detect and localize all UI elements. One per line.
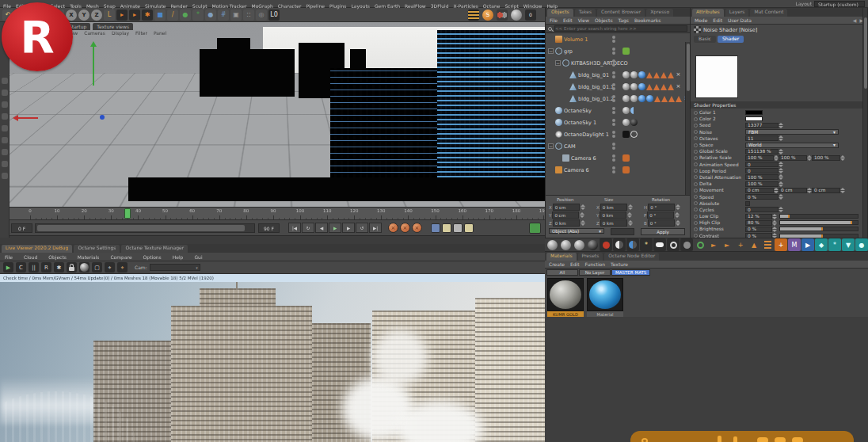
menu-script[interactable]: Script: [504, 3, 518, 9]
step-up-icon[interactable]: [676, 204, 680, 207]
om-menu-bookmarks[interactable]: Bookmarks: [634, 17, 661, 23]
lv-material-picker-button[interactable]: ⌖: [117, 262, 128, 272]
material-thumbnail[interactable]: [587, 278, 623, 311]
white-circle-tag[interactable]: [630, 131, 638, 138]
prop-anim-dot[interactable]: [694, 150, 698, 154]
value-field[interactable]: 0 cm: [745, 188, 774, 193]
prop-anim-dot[interactable]: [694, 195, 698, 199]
material-thumbnail[interactable]: [547, 278, 584, 311]
render-visibility-dot[interactable]: [612, 75, 615, 78]
tri-tag[interactable]: [668, 72, 674, 78]
octane-teal-1-icon[interactable]: ◆: [815, 238, 828, 251]
object-row-bldg-big-01[interactable]: bldg_big_01×: [546, 69, 690, 81]
step-down-icon[interactable]: [628, 208, 633, 210]
om-menu-file[interactable]: File: [550, 17, 558, 23]
slider-high-clip[interactable]: [779, 220, 858, 225]
menu-character[interactable]: Character: [278, 3, 302, 9]
tri-tag[interactable]: [668, 96, 675, 102]
timeline-ruler[interactable]: 0102030405060708090100110120130140150160…: [10, 208, 545, 220]
step-up-icon[interactable]: [675, 212, 680, 215]
lv-tab-octane-settings[interactable]: Octane Settings: [74, 245, 120, 253]
step-up-icon[interactable]: [581, 204, 585, 207]
step-down-icon[interactable]: [581, 208, 585, 210]
x-tag[interactable]: ×: [675, 71, 682, 78]
octane-list-icon[interactable]: [761, 238, 774, 251]
step-up-icon[interactable]: [628, 204, 633, 207]
octane-sun-icon[interactable]: *: [640, 238, 653, 251]
editor-visibility-dot[interactable]: [612, 36, 615, 39]
blue-sphere-tag[interactable]: [638, 71, 645, 78]
axis-icon[interactable]: [2, 113, 8, 120]
filter-all[interactable]: All: [546, 269, 578, 276]
value-field[interactable]: 13377: [745, 123, 779, 128]
sphere-tag[interactable]: [622, 107, 630, 114]
step-down-icon[interactable]: [779, 185, 783, 187]
step-up-icon[interactable]: [779, 162, 783, 164]
blue-sphere-tag[interactable]: [638, 95, 645, 102]
octane-mix-icon[interactable]: [613, 238, 626, 251]
snap-icon[interactable]: [2, 90, 8, 96]
panel-tab-materials[interactable]: Materials: [546, 253, 577, 261]
panel-tab-takes[interactable]: Takes: [575, 9, 596, 17]
menu-render[interactable]: Render: [170, 3, 187, 9]
play-button[interactable]: ▶: [329, 223, 341, 233]
panel-tab-xpresso[interactable]: Xpresso: [646, 9, 673, 17]
mat-menu-edit[interactable]: Edit: [570, 261, 580, 267]
render-visibility-dot[interactable]: [612, 123, 615, 126]
menu-tools[interactable]: Tools: [70, 3, 82, 9]
workplane-icon[interactable]: [2, 125, 8, 131]
lv-tab-octane-texture-manager[interactable]: Octane Texture Manager: [121, 245, 188, 253]
paint-icon[interactable]: [2, 173, 8, 179]
value-field[interactable]: 0 %: [745, 194, 779, 200]
editor-visibility-dot[interactable]: [612, 83, 615, 86]
shader-tab-basic[interactable]: Basic: [694, 36, 716, 43]
menu-layouts[interactable]: Layouts: [351, 3, 370, 9]
timeline-playhead[interactable]: [124, 208, 131, 219]
panel-tab-octane-node-editor[interactable]: Octane Node Editor: [604, 253, 659, 261]
coord-value-field[interactable]: 0 km: [600, 204, 627, 211]
editor-visibility-dot[interactable]: [612, 95, 615, 98]
value-field[interactable]: 100 %: [745, 155, 774, 161]
lv-menu-compare[interactable]: Compare: [110, 254, 131, 260]
editor-visibility-dot[interactable]: [612, 143, 615, 146]
stepper-arrows[interactable]: [779, 206, 783, 213]
cam-dropdown[interactable]: ▾: [150, 264, 200, 271]
octane-proxy-icon[interactable]: ▲: [748, 238, 760, 251]
step-up-icon[interactable]: [779, 149, 783, 151]
viewport-menu-filter[interactable]: Filter: [135, 30, 147, 36]
orange-square-tag[interactable]: [622, 166, 630, 173]
step-up-icon[interactable]: [772, 214, 777, 216]
solo-button[interactable]: [529, 223, 541, 234]
octane-ormbox-icon[interactable]: +: [775, 238, 787, 251]
apply-button[interactable]: Apply: [641, 228, 685, 235]
lv-ball-icon[interactable]: [79, 262, 89, 272]
timeline-scrollbar-thumb[interactable]: [37, 225, 245, 231]
stepper-arrows[interactable]: [628, 204, 633, 211]
prop-anim-dot[interactable]: [694, 175, 698, 179]
step-up-icon[interactable]: [772, 227, 777, 229]
mat-menu-create[interactable]: Create: [549, 261, 565, 267]
orange-square-tag[interactable]: [622, 154, 630, 162]
octane-diffuse-icon[interactable]: [600, 238, 612, 251]
render-visibility-dot[interactable]: [612, 158, 615, 162]
green-square-tag[interactable]: [622, 48, 630, 55]
lv-menu-file[interactable]: File: [5, 254, 13, 260]
tri-tag[interactable]: [653, 84, 660, 90]
move-lock-icon[interactable]: [2, 78, 8, 84]
menu-sculpt[interactable]: Sculpt: [192, 3, 207, 9]
stepper-arrows[interactable]: [779, 148, 783, 155]
record-rotation-button[interactable]: ×: [412, 223, 422, 233]
prop-anim-dot[interactable]: [694, 136, 698, 140]
prop-anim-dot[interactable]: [694, 208, 698, 211]
editor-visibility-dot[interactable]: [612, 107, 615, 110]
blue-sphere-tag[interactable]: [638, 83, 645, 90]
menu-mograph[interactable]: MoGraph: [252, 3, 273, 9]
coord-value-field[interactable]: 0 °: [648, 204, 675, 211]
octane-ies-light-icon[interactable]: [680, 238, 693, 251]
object-row-bldg-big-01-2[interactable]: bldg_big_01.2×: [546, 93, 690, 105]
step-up-icon[interactable]: [581, 220, 585, 223]
tri-tag[interactable]: [653, 72, 660, 78]
coord-value-field[interactable]: 0 km: [600, 219, 627, 227]
scrollbar-thumb[interactable]: [864, 17, 867, 89]
layout-dropdown[interactable]: Startup (custom): [814, 1, 865, 7]
